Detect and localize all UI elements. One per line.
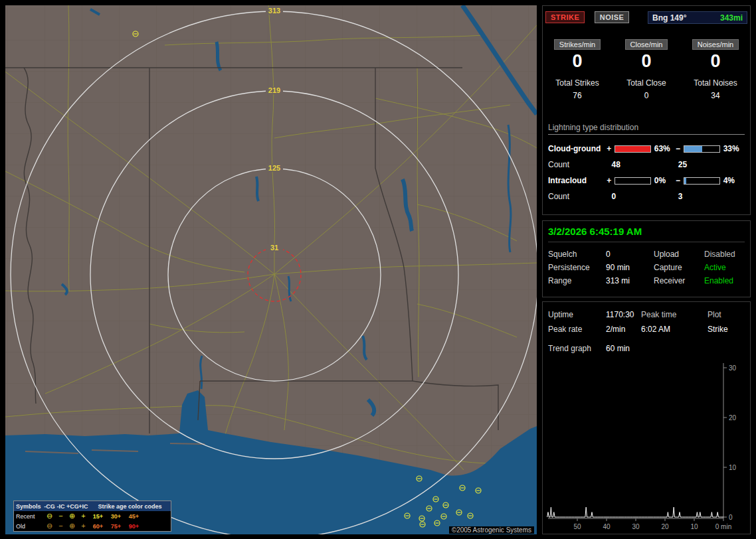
upload-label: Upload bbox=[654, 250, 704, 259]
ring-distance-label: 219 bbox=[268, 86, 280, 94]
svg-text:50: 50 bbox=[573, 523, 581, 530]
age-code: 30+ bbox=[107, 513, 125, 520]
strike-symbol-icon: + bbox=[78, 522, 89, 530]
persistence-label: Persistence bbox=[548, 263, 606, 272]
strike-symbol-icon: ⊕ bbox=[66, 512, 78, 520]
legend-row-recent: Recent⊖−⊕+15+30+45+ bbox=[14, 511, 171, 521]
legend-col-header: -IC bbox=[55, 503, 66, 510]
map-canvas[interactable]: 31321912531 bbox=[5, 5, 537, 534]
range-value: 313 mi bbox=[606, 276, 654, 285]
system-info-box: 3/2/2026 6:45:19 AM Squelch 0 Upload Dis… bbox=[542, 220, 751, 297]
uptime-value: 1170:30 bbox=[606, 310, 641, 319]
strike-stats-box: STRIKE NOISE Bng 149° 343mi Strikes/min … bbox=[542, 5, 751, 215]
strike-symbol-icon: ⊖ bbox=[44, 512, 55, 520]
age-code: 60+ bbox=[89, 523, 107, 530]
plus-sign: + bbox=[607, 176, 614, 185]
cg-minus-bar bbox=[684, 145, 720, 153]
close-per-min-value: 0 bbox=[612, 51, 681, 72]
trend-graph: 302010050403020100 min bbox=[544, 358, 749, 533]
svg-text:0 min: 0 min bbox=[715, 523, 731, 530]
status-row: Peak rate 2/min 6:02 AM Strike bbox=[548, 322, 750, 337]
bearing-label: Bng 149° bbox=[652, 13, 686, 23]
age-code: 75+ bbox=[107, 523, 125, 530]
info-row: Range 313 mi Receiver Enabled bbox=[548, 274, 750, 287]
legend-col-header: +CG bbox=[66, 503, 78, 510]
total-close-value: 0 bbox=[612, 91, 681, 100]
cg-minus-pct: 33% bbox=[723, 144, 745, 153]
status-row: Uptime 1170:30 Peak time Plot bbox=[548, 307, 750, 322]
svg-text:40: 40 bbox=[603, 523, 611, 530]
age-code: 90+ bbox=[125, 523, 143, 530]
side-panel: STRIKE NOISE Bng 149° 343mi Strikes/min … bbox=[542, 5, 752, 534]
lightning-map[interactable]: 31321912531 Symbols-CG-IC+CG+ICStrike ag… bbox=[5, 5, 537, 534]
ic-count-label: Count bbox=[548, 192, 612, 201]
peak-time-label: Peak time bbox=[641, 310, 708, 319]
noise-mode-button[interactable]: NOISE bbox=[595, 11, 630, 23]
intracloud-label: Intracloud bbox=[548, 176, 607, 185]
strike-mode-button[interactable]: STRIKE bbox=[545, 11, 585, 23]
strikes-per-min-value: 0 bbox=[543, 51, 612, 72]
noises-column: Noises/min 0 Total Noises 34 bbox=[681, 39, 750, 100]
info-row: Persistence 90 min Capture Active bbox=[548, 261, 750, 274]
capture-label: Capture bbox=[654, 263, 704, 272]
cg-minus-count: 25 bbox=[678, 160, 745, 169]
mode-button-row: STRIKE NOISE Bng 149° 343mi bbox=[545, 11, 747, 25]
svg-text:0: 0 bbox=[729, 514, 733, 521]
trend-axis: 302010050403020100 min bbox=[548, 363, 737, 530]
strike-symbol-icon: ⊕ bbox=[66, 522, 78, 530]
ic-plus-bar bbox=[614, 177, 651, 185]
trend-line bbox=[547, 507, 723, 517]
cg-plus-bar bbox=[614, 145, 651, 153]
cg-count-row: Count 48 25 bbox=[548, 157, 745, 173]
legend-col-header: -CG bbox=[44, 503, 55, 510]
minus-sign: − bbox=[676, 176, 684, 185]
legend-col-header: +IC bbox=[78, 503, 89, 510]
ic-minus-bar bbox=[684, 177, 720, 185]
legend-age-header: Strike age color codes bbox=[89, 503, 171, 510]
noises-per-min-chip[interactable]: Noises/min bbox=[692, 39, 739, 50]
close-per-min-chip[interactable]: Close/min bbox=[625, 39, 668, 50]
strikes-per-min-chip[interactable]: Strikes/min bbox=[554, 39, 601, 50]
minus-sign: − bbox=[676, 144, 684, 153]
total-noises-label: Total Noises bbox=[681, 78, 750, 88]
squelch-label: Squelch bbox=[548, 250, 606, 259]
upload-status: Disabled bbox=[704, 250, 735, 259]
total-strikes-value: 76 bbox=[543, 91, 612, 100]
strike-symbol-icon: + bbox=[78, 512, 89, 520]
legend-row-old: Old⊖−⊕+60+75+90+ bbox=[14, 521, 171, 531]
plot-mode-value: Strike bbox=[708, 325, 750, 334]
trend-box: Uptime 1170:30 Peak time Plot Peak rate … bbox=[542, 301, 751, 534]
ic-plus-count: 0 bbox=[612, 192, 678, 201]
total-strikes-label: Total Strikes bbox=[543, 78, 612, 88]
info-row: Squelch 0 Upload Disabled bbox=[548, 248, 750, 261]
svg-text:30: 30 bbox=[632, 523, 640, 530]
squelch-value: 0 bbox=[606, 250, 654, 259]
ic-count-row: Count 0 3 bbox=[548, 189, 745, 204]
ring-distance-label: 31 bbox=[270, 244, 278, 252]
ic-minus-pct: 4% bbox=[723, 176, 745, 185]
svg-text:10: 10 bbox=[729, 464, 737, 471]
cg-plus-count: 48 bbox=[612, 160, 678, 169]
capture-status: Active bbox=[704, 263, 726, 272]
distribution-title: Lightning type distribution bbox=[548, 123, 745, 135]
peak-time-value: 6:02 AM bbox=[641, 325, 708, 334]
strikes-column: Strikes/min 0 Total Strikes 76 bbox=[543, 39, 612, 100]
cg-count-label: Count bbox=[548, 160, 612, 169]
ring-distance-label: 125 bbox=[268, 164, 280, 172]
svg-text:30: 30 bbox=[729, 364, 737, 372]
svg-text:20: 20 bbox=[729, 414, 737, 422]
close-column: Close/min 0 Total Close 0 bbox=[612, 39, 681, 100]
cloud-ground-label: Cloud-ground bbox=[548, 144, 607, 153]
cloud-ground-row: Cloud-ground + 63% − 33% bbox=[548, 141, 745, 157]
range-label: Range bbox=[548, 276, 606, 285]
receiver-label: Receiver bbox=[654, 276, 704, 285]
peak-rate-value: 2/min bbox=[606, 325, 641, 334]
legend-symbols-header: Symbols bbox=[14, 503, 44, 510]
cg-plus-pct: 63% bbox=[654, 144, 676, 153]
map-legend: Symbols-CG-IC+CG+ICStrike age color code… bbox=[13, 501, 171, 532]
uptime-label: Uptime bbox=[548, 310, 606, 319]
legend-row-label: Old bbox=[14, 523, 44, 530]
total-noises-value: 34 bbox=[681, 91, 750, 100]
noises-per-min-value: 0 bbox=[681, 51, 750, 72]
trend-graph-label: Trend graph bbox=[548, 344, 606, 353]
